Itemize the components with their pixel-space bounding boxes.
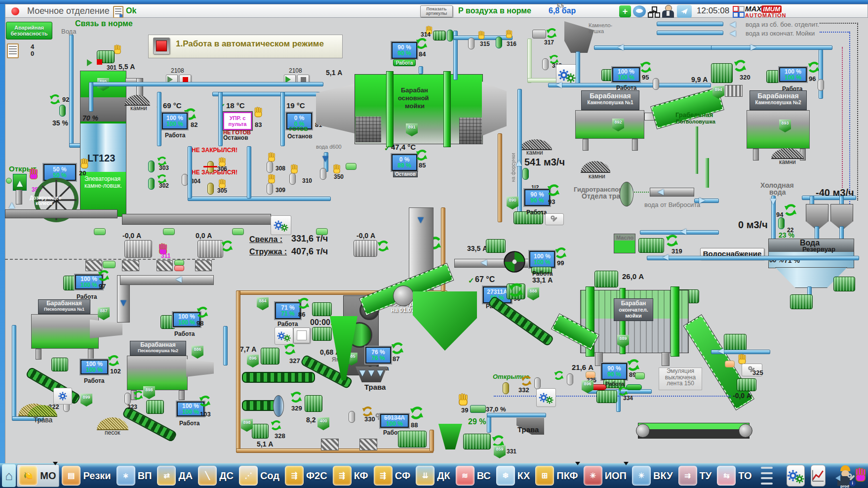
valve-332[interactable] — [503, 382, 509, 394]
pump-0a[interactable] — [197, 240, 223, 258]
taskbar-item-dk[interactable]: ⇊ДК — [414, 465, 453, 487]
motor-301-controls[interactable] — [87, 59, 102, 66]
taskbar-item-ds[interactable]: ╲ДС — [197, 465, 237, 487]
stone-trap2-plate[interactable]: БарабаннаяКамнеловушка №2 — [750, 90, 807, 110]
motor-97[interactable] — [63, 276, 76, 290]
taskbar-item-f2s[interactable]: ⇶Ф2С — [283, 465, 330, 487]
valve-335[interactable] — [567, 373, 573, 385]
value-box-102[interactable]: 100 %100 % — [80, 360, 108, 374]
value-box-84[interactable]: 90 %90 % — [392, 42, 417, 59]
fan-wheel[interactable] — [504, 251, 525, 273]
tank-lt123[interactable]: 895 70 % LT123 Элеваторная камне-ловшк. — [80, 71, 126, 217]
valve-314[interactable] — [447, 30, 453, 41]
valve-96b[interactable] — [818, 79, 824, 91]
gears-button-bl[interactable] — [53, 388, 72, 405]
valve-303[interactable] — [148, 161, 155, 172]
taskbar-item-vs[interactable]: ≋ВС — [454, 465, 494, 487]
valve-350[interactable] — [320, 168, 326, 180]
valve-317[interactable] — [532, 30, 546, 39]
valve-309[interactable] — [267, 183, 273, 195]
value-box-93[interactable]: 90 %90 % — [524, 189, 550, 206]
reservoir-pump-1[interactable] — [790, 294, 813, 309]
value-box-96[interactable]: 100 %100 % — [779, 67, 807, 82]
taskbar-trend-button[interactable] — [811, 465, 826, 487]
valve-323[interactable] — [124, 393, 131, 405]
taskbar-item-rezki[interactable]: ▤Резки — [60, 465, 114, 487]
valve-318[interactable] — [542, 58, 549, 70]
taskbar-item-kh[interactable]: ❄КХ — [495, 465, 533, 487]
value-box-85[interactable]: 0 %89 % — [392, 154, 417, 171]
reservoir-pump-2[interactable] — [833, 277, 855, 291]
taskbar-gears-button[interactable] — [787, 465, 805, 487]
pump-313[interactable] — [354, 240, 377, 257]
add-icon[interactable]: + — [619, 5, 631, 17]
valve-308[interactable] — [267, 161, 273, 173]
white-square-button[interactable] — [293, 327, 310, 343]
value-box-95[interactable]: 100 %100 % — [612, 67, 640, 82]
gears-button-c[interactable] — [275, 327, 293, 345]
value-box-99[interactable]: 100 %100 % — [529, 251, 555, 268]
pump-331[interactable] — [463, 434, 491, 449]
emergency-safety-button[interactable]: Аварийнаябезопасность — [6, 22, 52, 40]
wrench-button[interactable] — [545, 213, 564, 225]
motor-95[interactable] — [601, 69, 613, 81]
taskbar-operator-icon[interactable]: i prod — [832, 464, 848, 487]
valve-302[interactable] — [148, 178, 155, 190]
value-box-82[interactable]: 100 %100 % — [162, 113, 188, 129]
taskbar-item-pkf[interactable]: ⊞ПКФ — [534, 465, 581, 487]
taskbar-item-da[interactable]: ⇄ДА — [156, 465, 196, 487]
telegram-icon[interactable] — [677, 5, 692, 18]
motor-320[interactable] — [711, 63, 733, 83]
pump-m00[interactable] — [737, 378, 756, 391]
value-box-83-manual[interactable]: УПР. спульта — [223, 112, 252, 130]
valve-92[interactable] — [59, 105, 66, 117]
value-box-88[interactable]: 59134А100 % — [380, 414, 409, 428]
motor-327[interactable] — [261, 348, 279, 365]
taskbar-item-vku[interactable]: ☀ВКУ — [631, 465, 676, 487]
taskbar-item-to[interactable]: ⇆ТО — [715, 465, 754, 487]
pump-321[interactable] — [124, 240, 152, 258]
gears-button[interactable] — [271, 215, 291, 235]
operator-icon[interactable] — [661, 5, 675, 18]
motor-328[interactable] — [252, 424, 269, 439]
motor-329[interactable] — [305, 395, 322, 412]
valve-305[interactable] — [207, 183, 214, 195]
network-icon[interactable] — [648, 6, 659, 17]
pump-ne[interactable] — [724, 334, 747, 351]
alarm-journal-icon[interactable] — [7, 43, 19, 58]
value-box-86[interactable]: 71 %71 % — [275, 302, 301, 319]
taskbar-item-sf[interactable]: ⇶СФ — [372, 465, 414, 487]
taskbar-item-tu[interactable]: ⇉ТУ — [677, 465, 715, 487]
motor-319[interactable] — [638, 238, 664, 253]
mode-stop-button[interactable] — [153, 38, 170, 54]
pump-88[interactable] — [398, 431, 427, 447]
boe-motor-2[interactable] — [312, 327, 332, 341]
value-box-87[interactable]: 76 %76 % — [365, 347, 391, 364]
valve-39[interactable] — [470, 405, 486, 413]
valve-541[interactable] — [522, 168, 529, 180]
taskbar-item-sod[interactable]: ⋰Сод — [237, 465, 282, 487]
motor-96[interactable] — [766, 70, 779, 83]
manual-hand-icon-353[interactable] — [28, 168, 39, 180]
blower-motor[interactable] — [486, 239, 506, 253]
sand-trap1-plate[interactable]: БарабаннаяПесколовушка №1 — [38, 299, 90, 314]
pump-334[interactable] — [596, 390, 617, 403]
valve-316[interactable] — [496, 37, 502, 48]
valve-335b[interactable] — [534, 377, 541, 389]
home-button[interactable]: ⌂ — [2, 464, 16, 487]
stone-trap1-plate[interactable]: БарабаннаяКамнеловушка №1 — [581, 90, 639, 110]
taskbar-item-mo[interactable]: 🍋МО — [17, 464, 59, 487]
taskbar-item-iop[interactable]: ✳ИОП — [582, 465, 630, 487]
motor-102[interactable] — [51, 358, 68, 371]
valve-330[interactable] — [349, 411, 355, 423]
gears-button-br[interactable] — [536, 388, 556, 407]
journal-icon[interactable] — [113, 6, 123, 18]
grid-icon[interactable] — [733, 6, 744, 17]
gate-valve-open[interactable] — [13, 174, 27, 191]
sand-trap2-plate[interactable]: БарабаннаяПесколовушка №2 — [130, 341, 186, 356]
value-box-89[interactable]: 90 %90 % — [601, 363, 627, 380]
taskbar-item-vp[interactable]: ∗ВП — [115, 465, 155, 487]
motor-103[interactable] — [146, 400, 164, 414]
valve-315[interactable] — [468, 38, 474, 49]
valve-95[interactable] — [653, 78, 659, 90]
